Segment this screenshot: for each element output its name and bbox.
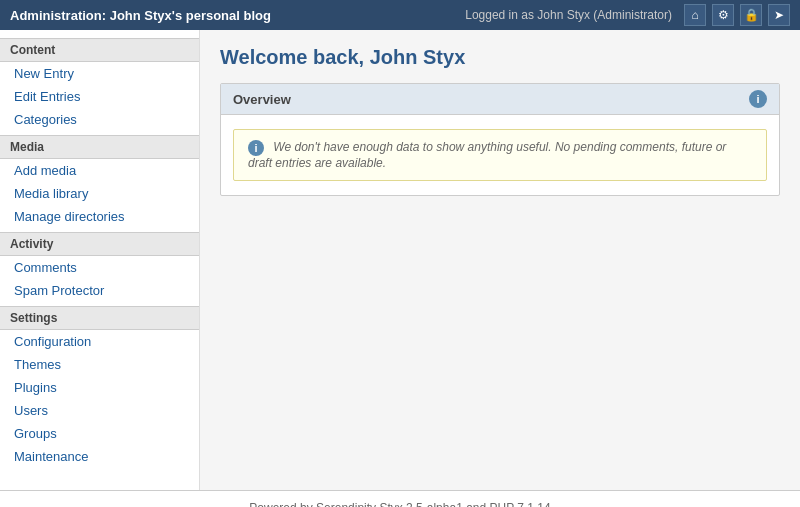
sidebar-media-library-link[interactable]: Media library: [14, 186, 88, 201]
sidebar-section-settings: Settings: [0, 306, 199, 330]
sidebar-manage-directories[interactable]: Manage directories: [0, 205, 199, 228]
sidebar-maintenance[interactable]: Maintenance: [0, 445, 199, 468]
sidebar-new-entry[interactable]: New Entry: [0, 62, 199, 85]
overview-message: We don't have enough data to show anythi…: [248, 140, 726, 170]
sidebar-add-media-link[interactable]: Add media: [14, 163, 76, 178]
sidebar-manage-directories-link[interactable]: Manage directories: [14, 209, 125, 224]
overview-body: i We don't have enough data to show anyt…: [221, 115, 779, 195]
sidebar: ContentNew EntryEdit EntriesCategoriesMe…: [0, 30, 200, 490]
sidebar-section-media: Media: [0, 135, 199, 159]
sidebar-edit-entries[interactable]: Edit Entries: [0, 85, 199, 108]
sidebar-groups[interactable]: Groups: [0, 422, 199, 445]
sidebar-themes-link[interactable]: Themes: [14, 357, 61, 372]
sidebar-comments[interactable]: Comments: [0, 256, 199, 279]
sidebar-users[interactable]: Users: [0, 399, 199, 422]
sidebar-categories-link[interactable]: Categories: [14, 112, 77, 127]
sidebar-new-entry-link[interactable]: New Entry: [14, 66, 74, 81]
home-button[interactable]: ⌂: [684, 4, 706, 26]
sidebar-edit-entries-link[interactable]: Edit Entries: [14, 89, 80, 104]
sidebar-media-library[interactable]: Media library: [0, 182, 199, 205]
sidebar-plugins[interactable]: Plugins: [0, 376, 199, 399]
main-layout: ContentNew EntryEdit EntriesCategoriesMe…: [0, 30, 800, 490]
sidebar-users-link[interactable]: Users: [14, 403, 48, 418]
overview-panel: Overview i i We don't have enough data t…: [220, 83, 780, 196]
sidebar-section-activity: Activity: [0, 232, 199, 256]
sidebar-section-content: Content: [0, 38, 199, 62]
main-content: Welcome back, John Styx Overview i i We …: [200, 30, 800, 490]
sidebar-add-media[interactable]: Add media: [0, 159, 199, 182]
app-title: Administration: John Styx's personal blo…: [10, 8, 271, 23]
overview-title: Overview: [233, 92, 291, 107]
sidebar-comments-link[interactable]: Comments: [14, 260, 77, 275]
info-icon: i: [248, 140, 264, 156]
sidebar-themes[interactable]: Themes: [0, 353, 199, 376]
header-user-info: Logged in as John Styx (Administrator): [465, 8, 672, 22]
sidebar-plugins-link[interactable]: Plugins: [14, 380, 57, 395]
page-title: Welcome back, John Styx: [220, 46, 780, 69]
sidebar-configuration[interactable]: Configuration: [0, 330, 199, 353]
overview-info-button[interactable]: i: [749, 90, 767, 108]
footer-text: Powered by Serendipity Styx 2.5-alpha1 a…: [249, 501, 550, 507]
sidebar-categories[interactable]: Categories: [0, 108, 199, 131]
lock-button[interactable]: 🔒: [740, 4, 762, 26]
sidebar-configuration-link[interactable]: Configuration: [14, 334, 91, 349]
overview-info-box: i We don't have enough data to show anyt…: [233, 129, 767, 181]
logout-button[interactable]: ➤: [768, 4, 790, 26]
sidebar-groups-link[interactable]: Groups: [14, 426, 57, 441]
sidebar-maintenance-link[interactable]: Maintenance: [14, 449, 88, 464]
app-footer: Powered by Serendipity Styx 2.5-alpha1 a…: [0, 490, 800, 507]
sidebar-spam-protector-link[interactable]: Spam Protector: [14, 283, 104, 298]
header-right: Logged in as John Styx (Administrator) ⌂…: [465, 4, 790, 26]
overview-header: Overview i: [221, 84, 779, 115]
sidebar-spam-protector[interactable]: Spam Protector: [0, 279, 199, 302]
app-header: Administration: John Styx's personal blo…: [0, 0, 800, 30]
gear-button[interactable]: ⚙: [712, 4, 734, 26]
